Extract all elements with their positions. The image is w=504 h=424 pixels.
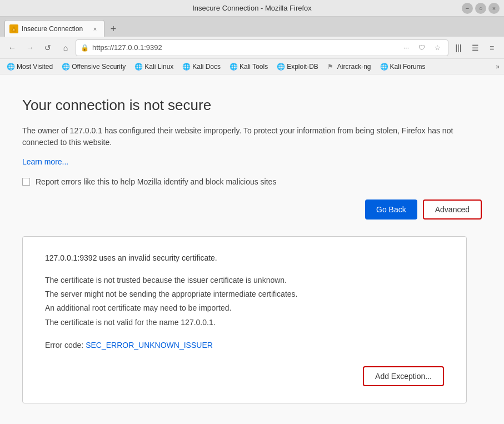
restore-button[interactable]: ○ [475, 3, 486, 14]
globe-icon: 🌐 [277, 63, 285, 71]
home-button[interactable]: ⌂ [58, 40, 73, 56]
report-error-checkbox[interactable] [22, 178, 30, 186]
tabbar: ! Insecure Connection × + [0, 17, 504, 37]
bookmark-label: Offensive Security [72, 63, 126, 71]
add-exception-button[interactable]: Add Exception... [363, 366, 444, 386]
bookmark-kali-forums[interactable]: 🌐 Kali Forums [378, 62, 428, 72]
error-detail-line3: An additional root certificate may need … [45, 301, 444, 315]
warning-icon: ! [11, 26, 17, 32]
url-display: https://127.0.0.1:9392 [92, 43, 397, 52]
advanced-button[interactable]: Advanced [423, 199, 482, 220]
error-code-row: Error code: SEC_ERROR_UNKNOWN_ISSUER [45, 341, 444, 350]
error-detail-lines: The certificate is not trusted because t… [45, 273, 444, 330]
bookmark-label: Kali Linux [144, 63, 173, 71]
bookmark-kali-docs[interactable]: 🌐 Kali Docs [180, 62, 223, 72]
globe-icon: 🌐 [229, 63, 237, 71]
url-action-icons: ··· 🛡 ☆ [400, 42, 443, 54]
error-details-box: 127.0.0.1:9392 uses an invalid security … [22, 236, 467, 403]
bookmark-kali-tools[interactable]: 🌐 Kali Tools [227, 62, 270, 72]
bookmarks-bar: 🌐 Most Visited 🌐 Offensive Security 🌐 Ka… [0, 59, 504, 74]
nav-extra-buttons: ||| ☰ ≡ [451, 40, 500, 56]
tab-favicon: ! [9, 24, 18, 33]
bookmark-label: Kali Tools [239, 63, 268, 71]
error-detail-line2: The server might not be sending the appr… [45, 287, 444, 301]
bookmark-most-visited[interactable]: 🌐 Most Visited [4, 62, 55, 72]
bookmark-kali-linux[interactable]: 🌐 Kali Linux [132, 62, 176, 72]
report-error-label: Report errors like this to help Mozilla … [36, 177, 276, 186]
bookmark-label: Exploit-DB [287, 63, 318, 71]
bookmark-aircrack-ng[interactable]: ⚑ Aircrack-ng [325, 62, 373, 72]
learn-more-link[interactable]: Learn more... [22, 157, 68, 166]
report-error-row: Report errors like this to help Mozilla … [22, 177, 482, 186]
flag-icon: ⚑ [327, 63, 335, 71]
menu-button[interactable]: ≡ [484, 40, 500, 56]
forward-button[interactable]: → [22, 40, 38, 56]
bookmark-label: Kali Forums [390, 63, 426, 71]
page-description: The owner of 127.0.0.1 has configured th… [22, 125, 456, 148]
tab-close-button[interactable]: × [91, 24, 99, 33]
bookmark-label: Most Visited [17, 63, 53, 71]
bookmarks-overflow-button[interactable]: » [496, 63, 500, 71]
reader-button[interactable]: ☰ [467, 40, 483, 56]
active-tab[interactable]: ! Insecure Connection × [4, 20, 104, 37]
shield-icon[interactable]: 🛡 [416, 42, 428, 54]
close-button[interactable]: × [488, 3, 500, 14]
bookmark-offensive-security[interactable]: 🌐 Offensive Security [59, 62, 128, 72]
lock-icon: 🔒 [81, 44, 89, 52]
go-back-button[interactable]: Go Back [365, 199, 417, 220]
bookmark-label: Kali Docs [192, 63, 221, 71]
back-button[interactable]: ← [4, 40, 20, 56]
globe-icon: 🌐 [380, 63, 388, 71]
reload-button[interactable]: ↺ [40, 40, 56, 56]
globe-icon: 🌐 [62, 63, 69, 71]
error-detail-line1: The certificate is not trusted because t… [45, 273, 444, 287]
action-buttons: Go Back Advanced [22, 199, 482, 220]
new-tab-button[interactable]: + [106, 21, 121, 37]
bookmark-label: Aircrack-ng [337, 63, 371, 71]
library-button[interactable]: ||| [451, 40, 466, 56]
globe-icon: 🌐 [134, 63, 142, 71]
bookmark-exploit-db[interactable]: 🌐 Exploit-DB [275, 62, 321, 72]
window-controls: − ○ × [462, 3, 500, 14]
titlebar: Insecure Connection - Mozilla Firefox − … [0, 0, 504, 17]
error-detail-line4: The certificate is not valid for the nam… [45, 316, 444, 330]
error-site-text: 127.0.0.1:9392 uses an invalid security … [45, 253, 444, 262]
page-title: Your connection is not secure [22, 97, 482, 114]
window-title: Insecure Connection - Mozilla Firefox [192, 4, 312, 12]
bookmark-star-icon[interactable]: ☆ [431, 42, 443, 54]
more-icon[interactable]: ··· [400, 42, 412, 54]
error-code-link[interactable]: SEC_ERROR_UNKNOWN_ISSUER [86, 341, 213, 350]
page-content: Your connection is not secure The owner … [0, 74, 504, 424]
navbar: ← → ↺ ⌂ 🔒 https://127.0.0.1:9392 ··· 🛡 ☆… [0, 37, 504, 59]
svg-text:!: ! [13, 28, 14, 31]
minimize-button[interactable]: − [462, 3, 473, 14]
globe-icon: 🌐 [7, 63, 14, 71]
globe-icon: 🌐 [182, 63, 190, 71]
url-bar[interactable]: 🔒 https://127.0.0.1:9392 ··· 🛡 ☆ [76, 39, 448, 56]
add-exception-row: Add Exception... [45, 366, 444, 386]
tab-label: Insecure Connection [22, 25, 87, 33]
error-code-prefix: Error code: [45, 341, 86, 350]
